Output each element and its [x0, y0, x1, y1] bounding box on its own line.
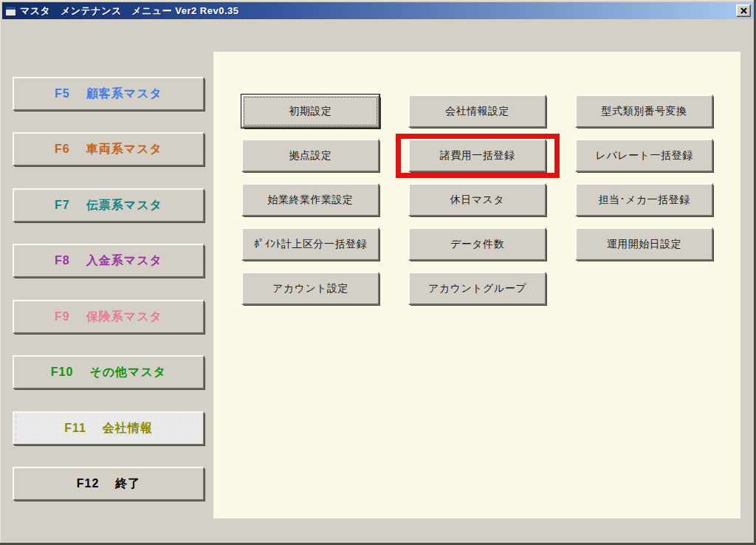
- fkey-label: F7: [55, 199, 70, 212]
- titlebar: マスタ メンテナンス メニュー Ver2 Rev0.35: [2, 2, 754, 19]
- grid-button-expenses-batch-entry[interactable]: 諸費用一括登録: [408, 139, 546, 172]
- grid-button-initial-setup[interactable]: 初期設定: [241, 95, 379, 128]
- grid-button-model-type-number-conversion[interactable]: 型式類別番号変換: [575, 95, 713, 128]
- sidebar-item-label: 顧客系マスタ: [86, 86, 162, 102]
- grid-button-branch-setup[interactable]: 拠点設定: [241, 139, 379, 172]
- sidebar-item-f10-other-master[interactable]: F10 その他マスタ: [13, 355, 205, 389]
- sidebar-item-label: 伝票系マスタ: [86, 198, 162, 213]
- sidebar-item-label: 保険系マスタ: [86, 309, 162, 325]
- grid-button-account-setup[interactable]: アカウント設定: [241, 272, 379, 305]
- sidebar-item-label: その他マスタ: [89, 365, 166, 380]
- app-window: マスタ メンテナンス メニュー Ver2 Rev0.35 F5 顧客系マスタ F…: [0, 0, 756, 545]
- fkey-label: F10: [51, 366, 74, 379]
- sidebar-item-f7-slip-master[interactable]: F7 伝票系マスタ: [13, 188, 205, 222]
- app-icon: [5, 6, 16, 16]
- sidebar-item-label: 入金系マスタ: [86, 253, 162, 269]
- window-title: マスタ メンテナンス メニュー Ver2 Rev0.35: [20, 4, 239, 18]
- sidebar-item-f6-vehicle-master[interactable]: F6 車両系マスタ: [13, 132, 205, 166]
- fkey-label: F11: [64, 422, 86, 435]
- fkey-label: F9: [55, 310, 70, 323]
- grid-button-operation-start-date-setup[interactable]: 運用開始日設定: [575, 227, 713, 261]
- sidebar-item-f9-insurance-master[interactable]: F9 保険系マスタ: [13, 300, 205, 334]
- sidebar-item-label: 会社情報: [103, 421, 153, 436]
- fkey-label: F12: [77, 477, 100, 490]
- sidebar-item-f12-exit[interactable]: F12 終了: [13, 467, 205, 501]
- sidebar-item-f5-customer-master[interactable]: F5 顧客系マスタ: [13, 77, 205, 111]
- grid-button-labor-rate-batch-entry[interactable]: レバレート一括登録: [575, 139, 713, 172]
- grid-button-account-group[interactable]: アカウントグループ: [408, 272, 546, 305]
- fkey-label: F6: [55, 143, 70, 156]
- grid-button-staff-mechanic-batch-entry[interactable]: 担当･メカ一括登録: [575, 183, 713, 216]
- grid-button-point-category-batch-entry[interactable]: ﾎﾟｲﾝﾄ計上区分一括登録: [241, 227, 379, 261]
- close-icon: [740, 7, 747, 14]
- grid-button-holiday-master[interactable]: 休日マスタ: [408, 183, 546, 216]
- fkey-label: F5: [55, 87, 70, 100]
- grid-button-company-info-setup[interactable]: 会社情報設定: [408, 95, 546, 128]
- sidebar-item-f11-company-info[interactable]: F11 会社情報: [13, 411, 205, 445]
- sidebar-item-label: 車両系マスタ: [86, 142, 162, 157]
- sidebar-item-f8-deposit-master[interactable]: F8 入金系マスタ: [13, 244, 205, 278]
- sidebar-item-label: 終了: [115, 476, 140, 492]
- grid-button-opening-closing-work-setup[interactable]: 始業終業作業設定: [241, 183, 379, 216]
- grid-button-data-count[interactable]: データ件数: [408, 227, 546, 261]
- close-button[interactable]: [736, 4, 751, 17]
- fkey-label: F8: [55, 254, 70, 267]
